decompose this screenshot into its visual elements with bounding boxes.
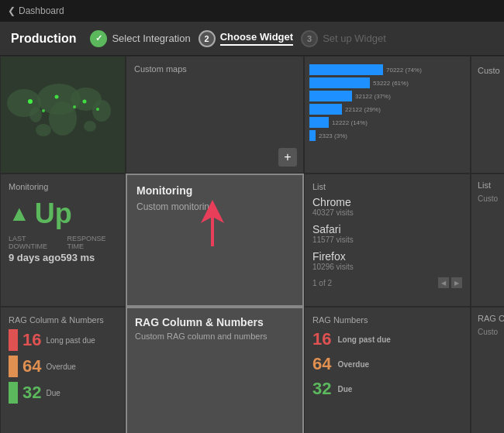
- rag-col-title: RAG Column & Numbers: [9, 315, 117, 325]
- bar-label-3: 32122 (37%): [355, 93, 391, 100]
- rag-bar-row-red: 16 Long past due: [9, 329, 117, 351]
- svg-point-8: [84, 121, 96, 132]
- prev-page-button[interactable]: ◀: [438, 277, 449, 288]
- bar-fill-4: [309, 104, 342, 115]
- rag-numbers-desc-orange: Overdue: [337, 360, 369, 369]
- monitoring-selected-title: Monitoring: [136, 184, 293, 197]
- wizard-title: Production: [11, 32, 76, 46]
- list-item-visits-2: 11577 visits: [312, 235, 462, 244]
- pagination-arrows[interactable]: ◀ ▶: [438, 277, 462, 288]
- add-widget-button[interactable]: +: [278, 148, 297, 167]
- rag-numbers-desc-red: Long past due: [337, 335, 390, 344]
- rag-numbers-desc-green: Due: [337, 385, 352, 393]
- svg-marker-15: [201, 200, 224, 246]
- rag-partial-card: RAG C Custo: [471, 307, 504, 433]
- bar-fill-3: [309, 91, 352, 101]
- list-item-name-2: Safari: [312, 223, 462, 235]
- back-arrow-icon: ❮: [8, 5, 16, 16]
- wizard-step-1[interactable]: ✓ Select Integration: [90, 30, 190, 47]
- bar-chart-inner: 70222 (74%) 53222 (61%) 32122 (37%) 2212…: [309, 61, 465, 141]
- bar-row: 53222 (61%): [309, 77, 465, 88]
- up-label: Up: [35, 198, 72, 230]
- monitoring-status-card: Monitoring ▲ Up LAST DOWNTIME RESPONSE T…: [0, 174, 126, 307]
- up-status: ▲ Up: [9, 198, 117, 230]
- bar-label-6: 2323 (3%): [319, 132, 347, 139]
- rag-number-red: 16: [22, 330, 41, 350]
- bar-row: 32122 (37%): [309, 91, 465, 101]
- list-title: List: [312, 182, 462, 191]
- monitoring-status-title: Monitoring: [9, 182, 117, 191]
- svg-point-9: [28, 99, 33, 104]
- bar-fill-1: [309, 64, 383, 75]
- map-card: [0, 56, 126, 174]
- rag-selected-sub: Custom RAG column and numbers: [135, 332, 295, 341]
- partial-card-row1: Custo: [471, 56, 504, 174]
- rag-number-orange: 64: [22, 356, 41, 376]
- step-2-label: Choose Widget: [220, 31, 294, 46]
- step-3-label: Set up Widget: [323, 33, 386, 44]
- svg-point-13: [73, 105, 76, 108]
- rag-bar-section: 16 Long past due 64 Overdue 32 Due: [9, 329, 117, 404]
- svg-point-6: [36, 124, 51, 136]
- bar-label-2: 53222 (61%): [373, 80, 409, 87]
- svg-point-3: [49, 101, 77, 136]
- rag-desc-red: Long past due: [46, 336, 95, 345]
- partial-label-row1: Custo: [478, 66, 500, 75]
- list-item-name-3: Firefox: [312, 250, 462, 263]
- rag-bar-row-green: 32 Due: [9, 382, 117, 404]
- selection-arrow-icon: [174, 196, 228, 253]
- bar-chart-card: 70222 (74%) 53222 (61%) 32122 (37%) 2212…: [304, 56, 471, 174]
- list-item-visits-1: 40327 visits: [312, 208, 462, 217]
- last-downtime-label: LAST DOWNTIME: [9, 235, 59, 250]
- rag-num-green: 32: [312, 379, 331, 399]
- wizard-step-2[interactable]: 2 Choose Widget: [198, 30, 294, 47]
- list-partial-card: List Custo: [471, 174, 504, 307]
- rag-bar-green: [9, 382, 18, 404]
- list-item: Chrome 40327 visits: [312, 196, 462, 217]
- rag-numbers-row-green: 32 Due: [312, 379, 462, 399]
- wizard-header: Production ✓ Select Integration 2 Choose…: [0, 22, 504, 56]
- list-item: Safari 11577 visits: [312, 223, 462, 244]
- back-link[interactable]: ❮ Dashboard: [8, 5, 64, 16]
- rag-numbers-display: 16 Long past due 64 Overdue 32 Due: [312, 329, 462, 399]
- last-downtime-value: 9 days ago: [9, 252, 60, 263]
- bar-fill-5: [309, 117, 329, 128]
- bar-row: 2323 (3%): [309, 130, 465, 141]
- rag-column-numbers-card: RAG Column & Numbers 16 Long past due 64…: [0, 307, 126, 433]
- bar-row: 12222 (14%): [309, 117, 465, 128]
- list-item: Firefox 10296 visits: [312, 250, 462, 271]
- downtime-label-row: LAST DOWNTIME RESPONSE TIME: [9, 235, 117, 250]
- top-bar: ❮ Dashboard: [0, 0, 504, 22]
- bar-row: 22122 (29%): [309, 104, 465, 115]
- rag-partial-sub: Custo: [478, 328, 504, 336]
- step-3-circle: 3: [301, 30, 318, 47]
- list-partial-title: List: [478, 180, 504, 190]
- bar-fill-6: [309, 130, 316, 141]
- svg-point-14: [96, 108, 99, 111]
- pagination-info: 1 of 2: [312, 279, 332, 287]
- rag-partial-title: RAG C: [478, 314, 504, 323]
- downtime-values: 9 days ago593 ms: [9, 252, 117, 263]
- custom-maps-card: Custom maps +: [126, 56, 304, 174]
- svg-point-7: [29, 107, 42, 122]
- rag-bar-orange: [9, 356, 18, 377]
- bar-fill-2: [309, 77, 370, 88]
- rag-column-selected-card[interactable]: RAG Column & Numbers Custom RAG column a…: [126, 307, 304, 433]
- list-item-visits-3: 10296 visits: [312, 263, 462, 271]
- monitoring-selected-card[interactable]: Monitoring Custom monitoring: [126, 174, 304, 307]
- bar-label-4: 22122 (29%): [345, 106, 381, 113]
- svg-point-12: [42, 109, 45, 112]
- rag-num-red: 16: [312, 329, 331, 349]
- bar-row: 70222 (74%): [309, 64, 465, 75]
- response-time-value: 593 ms: [60, 252, 95, 263]
- back-label: Dashboard: [19, 5, 64, 16]
- list-item-name-1: Chrome: [312, 196, 462, 208]
- rag-bar-red: [9, 329, 18, 351]
- wizard-step-3[interactable]: 3 Set up Widget: [301, 30, 386, 47]
- rag-numbers-row-orange: 64 Overdue: [312, 354, 462, 374]
- svg-point-11: [83, 100, 87, 104]
- svg-point-5: [92, 100, 111, 122]
- main-content: Custom maps + 70222 (74%) 53222 (61%) 32…: [0, 56, 504, 433]
- rag-desc-orange: Overdue: [46, 363, 75, 371]
- next-page-button[interactable]: ▶: [451, 277, 462, 288]
